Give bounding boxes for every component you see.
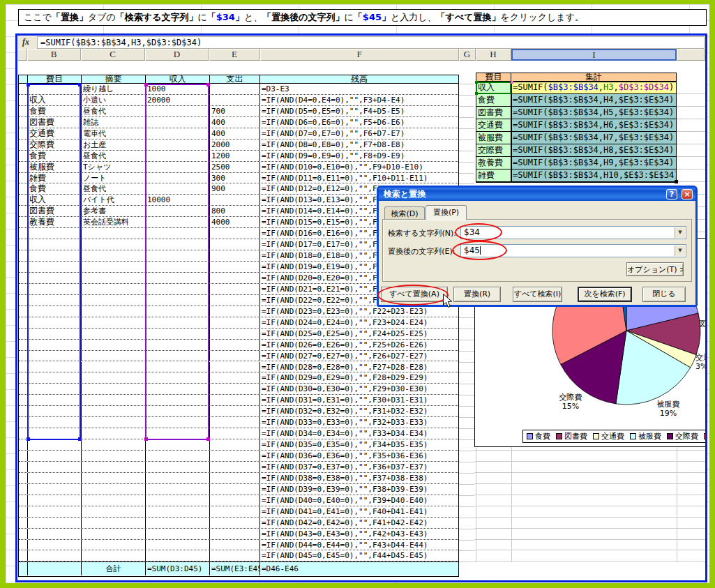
dialog-titlebar[interactable]: 検索と置換 (379, 188, 695, 201)
cell (146, 506, 210, 517)
cell: 400 (210, 128, 260, 139)
cell (146, 250, 210, 261)
ledger-row: =IF(AND(D45=0,E45=0),"",F44+D45-E45) (19, 550, 458, 561)
legend-label: 図書費 (564, 431, 587, 442)
cell (19, 306, 28, 317)
replace-combo-arrow-icon[interactable]: ▼ (675, 246, 685, 256)
legend-item-被服費: 被服費 (630, 431, 661, 442)
summary-formula-cell: =SUMIF($B$3:$B$34,H9,$E$3:$E$34) (511, 157, 676, 169)
summary-formula-cell: =SUMIF($B$3:$B$34,H6,$E$3:$E$34) (511, 119, 676, 131)
options-button[interactable]: オプション(T) >> (626, 262, 684, 276)
cell (146, 417, 210, 428)
pie-label-図書費: 図書費 (699, 319, 707, 329)
cell (28, 384, 82, 394)
dialog-button-2[interactable]: すべて検索(I) (513, 287, 562, 302)
instruction-segment: 」 (382, 12, 391, 22)
ledger-row: 雑費ノート300=IF(AND(D11=0,E11=0),"",F10+D11-… (19, 173, 458, 184)
cell: =D46-E46 (260, 562, 458, 575)
column-header-D[interactable]: D (145, 49, 209, 61)
dialog-button-4[interactable]: 閉じる (642, 287, 686, 302)
cell (28, 250, 82, 261)
cell (210, 95, 260, 105)
frame-top (0, 0, 715, 4)
cell: 1200 (210, 151, 260, 161)
cell: =D3-E3 (260, 84, 458, 94)
dialog-button-0[interactable]: すべて置換(A) (381, 287, 448, 302)
cell (19, 428, 28, 439)
summary-formula-cell: =SUMIF($B$3:$B$34,H8,$E$3:$E$34) (511, 144, 676, 156)
summary-row: 雑費=SUMIF($B$3:$B$34,H10,$E$3:$E$34) (476, 169, 676, 182)
cell: =IF(AND(D39=0,E39=0),"",F38+D39-E39) (260, 484, 458, 495)
cell (82, 351, 146, 361)
pie-percent: 3% (695, 362, 707, 371)
cell (28, 451, 82, 461)
instruction-segment: をクリックします。 (501, 12, 584, 22)
cell: 食費 (28, 106, 82, 116)
cell (146, 317, 210, 328)
column-header-B[interactable]: B (27, 49, 81, 61)
cell: 被服費 (28, 162, 82, 172)
formula-bar-input[interactable]: =SUMIF($B$3:$B$34,H3,$D$3:$D$34) (37, 36, 705, 49)
cell (210, 540, 260, 550)
dialog-title: 検索と置換 (384, 189, 426, 199)
cell (28, 351, 82, 361)
column-header-C[interactable]: C (81, 49, 145, 61)
cell (28, 395, 82, 405)
instruction-segment: タブの (88, 12, 116, 22)
formula-part: , (599, 82, 603, 92)
cell (19, 117, 28, 128)
cell (82, 550, 146, 561)
cell (19, 362, 28, 372)
cell: 4000 (210, 217, 260, 227)
cell: =IF(AND(D24=0,E24=0),"",F23+D24-E24) (260, 317, 458, 328)
search-string-input[interactable]: $34 ▼ (460, 226, 686, 239)
tab-replace[interactable]: 置換(P) (426, 205, 467, 220)
cell (146, 329, 210, 339)
column-header-G[interactable]: G (459, 49, 476, 61)
column-header-E[interactable]: E (209, 49, 260, 61)
replace-string-input[interactable]: $45 ▼ (460, 244, 686, 257)
ledger-row: 食費昼食代700=IF(AND(D5=0,E5=0),"",F4+D5-E5) (19, 106, 458, 117)
cell (82, 484, 146, 495)
search-combo-arrow-icon[interactable]: ▼ (675, 227, 685, 238)
cell (146, 484, 210, 495)
cell: =IF(AND(D6=0,E6=0),"",F5+D6-E6) (260, 117, 458, 128)
cell (210, 428, 260, 439)
column-header-H[interactable]: H (476, 49, 511, 61)
ledger-row: =IF(AND(D23=0,E23=0),"",F22+D23-E23) (19, 306, 458, 317)
cell (28, 262, 82, 272)
cell (19, 284, 28, 294)
legend-swatch-icon (527, 433, 533, 439)
cell: 図書費 (28, 117, 82, 128)
close-icon[interactable]: × (682, 189, 693, 199)
cell: =IF(AND(D32=0,E32=0),"",F31+D32-E32) (260, 406, 458, 416)
cell: =IF(AND(D38=0,E38=0),"",F37+D38-E38) (260, 473, 458, 483)
cell (210, 295, 260, 306)
column-header-I[interactable]: I (511, 49, 677, 61)
dialog-button-3[interactable]: 次を検索(F) (578, 287, 632, 302)
cell (28, 518, 82, 528)
cell (146, 162, 210, 172)
cell (146, 384, 210, 394)
legend-label: 交際費 (675, 431, 698, 442)
help-button[interactable]: ? (666, 189, 677, 199)
cell: =IF(AND(D8=0,E8=0),"",F7+D8-E8) (260, 140, 458, 150)
cell (19, 518, 28, 528)
dialog-button-1[interactable]: 置換(R) (453, 287, 501, 302)
column-header-F[interactable]: F (260, 49, 459, 61)
cell: 小遣い (82, 95, 146, 105)
cell (210, 451, 260, 461)
cell (19, 195, 28, 205)
cell (82, 239, 146, 250)
cell (28, 306, 82, 317)
tab-search[interactable]: 検索(D) (384, 206, 425, 220)
ledger-header-row: 費目摘要収入支出残高 (19, 75, 458, 84)
cell: =IF(AND(D29=0,E29=0),"",F28+D29-E29) (260, 372, 458, 383)
ledger-row: =IF(AND(D40=0,E40=0),"",F39+D40-E40) (19, 495, 458, 506)
cell (28, 506, 82, 517)
cell (210, 484, 260, 495)
cell (19, 529, 28, 539)
ledger-row: =IF(AND(D28=0,E28=0),"",F27+D28-E28) (19, 362, 458, 373)
cell (19, 506, 28, 517)
chart-legend: 食費図書費交通費被服費交際費教養費雑費 (522, 430, 707, 443)
